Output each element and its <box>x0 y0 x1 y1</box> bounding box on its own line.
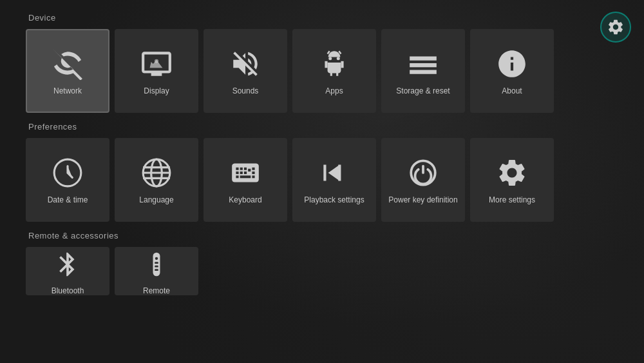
keyboard-label: Keyboard <box>229 195 261 204</box>
language-icon <box>139 155 174 190</box>
sounds-label: Sounds <box>232 86 259 95</box>
device-tiles-row: Network Display Sounds <box>26 29 618 113</box>
svg-point-7 <box>431 70 434 73</box>
clock-icon <box>50 155 85 190</box>
datetime-label: Date & time <box>48 195 88 204</box>
display-label: Display <box>144 86 169 95</box>
sounds-icon <box>228 46 263 81</box>
power-icon <box>406 155 440 190</box>
more-settings-gear-icon <box>495 155 529 190</box>
tile-datetime[interactable]: Date & time <box>26 138 109 222</box>
playback-label: Playback settings <box>304 195 364 204</box>
tile-language[interactable]: Language <box>115 138 198 222</box>
about-label: About <box>502 86 522 95</box>
moresettings-label: More settings <box>489 195 535 204</box>
powerkey-label: Power key definition <box>388 195 457 204</box>
tile-storage[interactable]: Storage & reset <box>381 29 465 113</box>
tile-powerkey[interactable]: Power key definition <box>381 138 465 222</box>
svg-rect-17 <box>155 269 158 271</box>
keyboard-icon <box>228 155 263 190</box>
tile-keyboard[interactable]: Keyboard <box>204 138 287 222</box>
storage-label: Storage & reset <box>396 86 450 95</box>
tile-playback[interactable]: Playback settings <box>292 138 376 222</box>
storage-icon <box>406 46 440 81</box>
network-label: Network <box>53 86 82 95</box>
tile-moresettings[interactable]: More settings <box>470 138 554 222</box>
preferences-tiles-row: Date & time Language Keyboard <box>26 138 618 222</box>
tile-display[interactable]: Display <box>115 29 198 113</box>
svg-rect-13 <box>153 252 160 276</box>
tile-about[interactable]: About <box>470 29 554 113</box>
svg-point-0 <box>155 59 158 63</box>
apps-label: Apps <box>325 86 343 95</box>
playback-icon <box>317 155 352 190</box>
preferences-section-label: Preferences <box>28 122 618 132</box>
main-content: Device Network Display <box>0 0 644 317</box>
bluetooth-label: Bluetooth <box>52 286 84 295</box>
svg-point-2 <box>337 57 340 60</box>
svg-point-1 <box>328 57 332 60</box>
tile-network[interactable]: Network <box>26 29 109 113</box>
svg-rect-11 <box>338 165 341 181</box>
svg-rect-16 <box>155 265 158 267</box>
remote-tiles-row: Bluetooth Remote <box>26 247 618 295</box>
wifi-icon <box>50 46 85 81</box>
tile-bluetooth[interactable]: Bluetooth <box>26 247 109 295</box>
svg-rect-15 <box>155 262 158 264</box>
tile-sounds[interactable]: Sounds <box>204 29 287 113</box>
display-icon <box>139 46 174 81</box>
language-label: Language <box>139 195 173 204</box>
device-section-label: Device <box>28 13 618 23</box>
svg-point-6 <box>431 64 434 66</box>
about-icon <box>495 46 529 81</box>
remote-label: Remote <box>143 286 170 295</box>
svg-point-5 <box>431 57 434 60</box>
tile-apps[interactable]: Apps <box>292 29 376 113</box>
svg-point-14 <box>155 257 158 259</box>
remote-icon <box>139 247 174 281</box>
apps-icon <box>317 46 352 81</box>
remote-section-label: Remote & accessories <box>28 231 618 240</box>
bluetooth-icon <box>50 247 85 281</box>
tile-remote[interactable]: Remote <box>115 247 198 295</box>
